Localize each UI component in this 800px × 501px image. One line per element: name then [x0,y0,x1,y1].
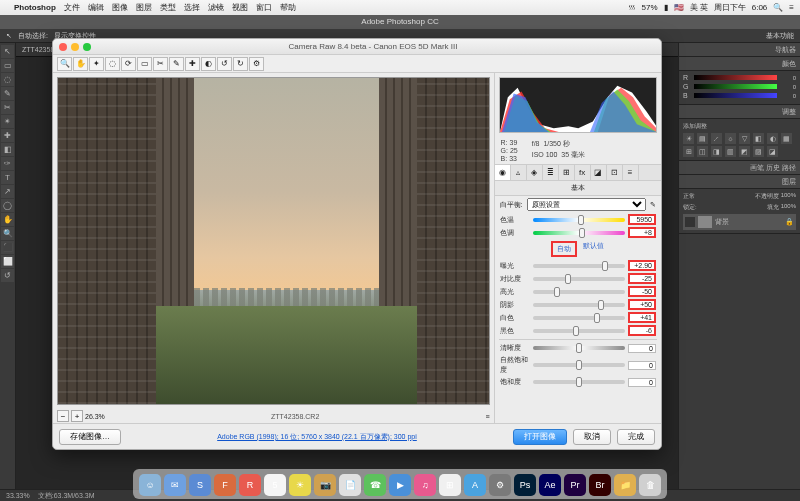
g-value[interactable]: 0 [780,84,796,90]
dock-app-5[interactable]: 5 [264,474,286,496]
dock-app-18[interactable]: Br [589,474,611,496]
tab-hsl[interactable]: ≣ [543,165,559,180]
tool-text[interactable]: T [1,171,14,184]
adj-vibrance-icon[interactable]: ▽ [739,133,750,144]
ime-label[interactable]: 美 英 [690,2,708,13]
tab-fx[interactable]: ◪ [591,165,607,180]
dock-app-11[interactable]: ♫ [414,474,436,496]
adj-lut-icon[interactable]: ◫ [697,146,708,157]
menu-edit[interactable]: 编辑 [88,2,104,13]
dock-app-12[interactable]: ⊞ [439,474,461,496]
visibility-icon[interactable] [685,217,695,227]
tool-reset[interactable]: ↺ [1,269,14,282]
slider-value[interactable]: 5950 [628,214,656,225]
menu-window[interactable]: 窗口 [256,2,272,13]
dock-app-2[interactable]: S [189,474,211,496]
dock-app-8[interactable]: 📄 [339,474,361,496]
b-slider[interactable] [694,93,777,98]
slider-value[interactable]: +8 [628,227,656,238]
cr-crop-tool[interactable]: ▭ [137,57,152,71]
menu-layer[interactable]: 图层 [136,2,152,13]
panel-layers-title[interactable]: 图层 [679,175,800,189]
tab-detail[interactable]: ◈ [527,165,543,180]
dock-app-4[interactable]: R [239,474,261,496]
cr-adjust-brush[interactable]: ◐ [201,57,216,71]
cr-prefs[interactable]: ⚙ [249,57,264,71]
slider-knob[interactable] [594,313,600,323]
tool-wand[interactable]: ✎ [1,87,14,100]
dock-app-15[interactable]: Ps [514,474,536,496]
flag-icon[interactable]: 🇺🇸 [674,3,684,12]
tool-brush[interactable]: ◧ [1,143,14,156]
tab-split[interactable]: ⊞ [559,165,575,180]
slider-track[interactable] [533,231,625,235]
tool-stamp[interactable]: ✑ [1,157,14,170]
adj-exposure-icon[interactable]: ☼ [725,133,736,144]
wifi-icon[interactable]: ᯾ [628,3,636,12]
dock-app-14[interactable]: ⚙ [489,474,511,496]
open-image-button[interactable]: 打开图像 [513,429,567,445]
cr-preview[interactable] [57,77,490,405]
slider-knob[interactable] [573,326,579,336]
dock-app-10[interactable]: ▶ [389,474,411,496]
cr-rotate-ccw[interactable]: ↺ [217,57,232,71]
adj-invert-icon[interactable]: ◨ [711,146,722,157]
adj-brightness-icon[interactable]: ☀ [683,133,694,144]
panel-hist-title[interactable]: 画笔 历史 路径 [679,161,800,175]
app-name[interactable]: Photoshop [14,3,56,12]
slider-track[interactable] [533,329,625,333]
tool-marquee[interactable]: ▭ [1,59,14,72]
slider-track[interactable] [533,346,625,350]
default-link[interactable]: 默认值 [583,241,604,257]
slider-knob[interactable] [602,261,608,271]
zoom-in-button[interactable]: + [71,410,83,422]
slider-track[interactable] [533,277,625,281]
slider-knob[interactable] [576,377,582,387]
workspace-switcher[interactable]: 基本功能 [766,31,794,41]
slider-knob[interactable] [576,360,582,370]
dock-app-19[interactable]: 📁 [614,474,636,496]
cr-sampler-tool[interactable]: ◌ [105,57,120,71]
tool-lasso[interactable]: ◌ [1,73,14,86]
cr-target-tool[interactable]: ⟳ [121,57,136,71]
cr-redeye-tool[interactable]: ✚ [185,57,200,71]
dock-app-17[interactable]: Pr [564,474,586,496]
dock-app-0[interactable]: ☺ [139,474,161,496]
slider-value[interactable]: +41 [628,312,656,323]
menu-file[interactable]: 文件 [64,2,80,13]
adj-photo-icon[interactable]: ▦ [781,133,792,144]
slider-track[interactable] [533,290,625,294]
tab-presets[interactable]: ≡ [623,165,639,180]
dock-app-1[interactable]: ✉ [164,474,186,496]
cancel-button[interactable]: 取消 [573,429,611,445]
b-value[interactable]: 0 [780,93,796,99]
fg-color[interactable]: ⬛ [1,241,14,254]
panel-color-title[interactable]: 颜色 [679,57,800,71]
adj-post-icon[interactable]: ▥ [725,146,736,157]
tool-eyedrop[interactable]: ✴ [1,115,14,128]
menu-help[interactable]: 帮助 [280,2,296,13]
histogram[interactable] [499,77,657,133]
slider-track[interactable] [533,264,625,268]
tool-heal[interactable]: ✚ [1,129,14,142]
dock-app-7[interactable]: 📷 [314,474,336,496]
zoom-value[interactable]: 26.3% [85,413,105,420]
close-button[interactable] [59,43,67,51]
cr-rotate-cw[interactable]: ↻ [233,57,248,71]
cr-hand-tool[interactable]: ✋ [73,57,88,71]
slider-knob[interactable] [598,300,604,310]
slider-track[interactable] [533,316,625,320]
menu-image[interactable]: 图像 [112,2,128,13]
minimize-button[interactable] [71,43,79,51]
tab-basic[interactable]: ◉ [495,165,511,180]
cr-wb-tool[interactable]: ✦ [89,57,104,71]
dock-app-3[interactable]: F [214,474,236,496]
cr-straighten-tool[interactable]: ✂ [153,57,168,71]
menu-type[interactable]: 类型 [160,2,176,13]
panel-adjust-title[interactable]: 调整 [679,105,800,119]
g-slider[interactable] [694,84,777,89]
auto-link[interactable]: 自动 [551,241,577,257]
blend-mode[interactable]: 正常 [683,192,695,201]
r-slider[interactable] [694,75,777,80]
notif-icon[interactable]: ≡ [789,3,794,12]
